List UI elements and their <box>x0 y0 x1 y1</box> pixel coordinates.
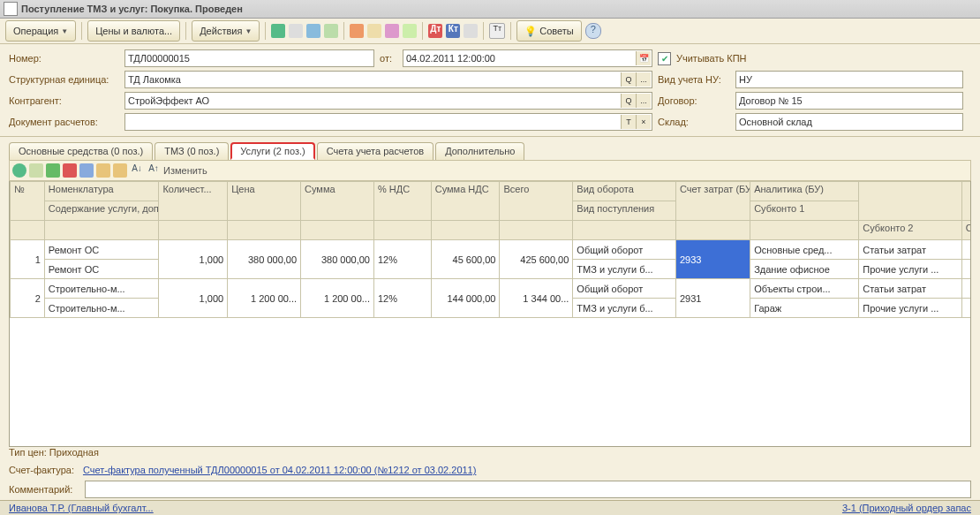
number-field[interactable]: ТДЛ00000015 <box>124 49 374 67</box>
sf-link[interactable]: Счет-фактура полученный ТДЛ00000015 от 0… <box>83 465 476 475</box>
col-summa[interactable]: Сумма <box>301 182 374 221</box>
grid-icon-1[interactable] <box>79 163 94 178</box>
clear-icon[interactable]: × <box>636 115 651 129</box>
main-toolbar: Операция▼ Цены и валюта... Действия▼ Дт … <box>0 19 980 44</box>
form-header: Номер: ТДЛ00000015 от: 04.02.2011 12:00:… <box>0 44 980 137</box>
contr-field[interactable]: СтройЭффект АО...Q <box>124 92 652 110</box>
calendar-icon[interactable]: 📅 <box>636 51 651 65</box>
number-label: Номер: <box>9 53 119 64</box>
tabstrip: Основные средства (0 поз.) ТМЗ (0 поз.) … <box>0 137 980 160</box>
t-icon[interactable]: T <box>621 115 636 129</box>
from-label: от: <box>380 53 397 64</box>
copy-row-icon[interactable] <box>29 163 43 178</box>
grid-toolbar: A↓ A↑ Изменить <box>9 160 971 181</box>
toolbar-icon-6[interactable] <box>403 24 417 38</box>
add-row-icon[interactable] <box>12 163 26 178</box>
lookup-icon[interactable]: ... <box>636 94 651 108</box>
kpn-label: Учитывать КПН <box>676 53 747 64</box>
col-anal[interactable]: Аналитика (БУ) <box>750 182 859 201</box>
dogovor-field[interactable]: Договор № 15 <box>735 92 963 110</box>
q-icon[interactable]: Q <box>621 94 636 108</box>
tab-uslugi[interactable]: Услуги (2 поз.) <box>230 142 314 160</box>
col-nomen[interactable]: Номенклатура <box>44 182 159 201</box>
tips-button[interactable]: 💡Советы <box>516 20 581 42</box>
col-schet[interactable]: Счет затрат (БУ) <box>675 182 750 221</box>
sklad-field[interactable]: Основной склад <box>735 113 963 131</box>
col-sumnds[interactable]: Сумма НДС <box>431 182 500 221</box>
add-icon[interactable] <box>271 24 285 38</box>
col-nds[interactable]: % НДС <box>373 182 431 221</box>
col-sub2[interactable]: Субконто 2 <box>859 221 962 240</box>
comment-field[interactable] <box>85 481 971 498</box>
col-n[interactable]: № <box>11 182 45 221</box>
table-row[interactable]: 1 Ремонт ОС 1,000 380 000,00 380 000,00 … <box>11 240 972 260</box>
up-icon[interactable] <box>96 163 110 178</box>
docras-label: Документ расчетов: <box>9 117 119 127</box>
unit-label: Структурная единица: <box>9 74 119 85</box>
q-icon[interactable]: Q <box>621 72 636 87</box>
help-icon[interactable]: ? <box>585 23 601 39</box>
operation-button[interactable]: Операция▼ <box>5 20 76 42</box>
window-title: Поступление ТМЗ и услуг: Покупка. Провед… <box>21 4 243 14</box>
refresh-icon[interactable] <box>306 24 320 38</box>
kt-icon[interactable]: Кт <box>446 24 460 38</box>
services-table: № Номенклатура Количест... Цена Сумма % … <box>10 181 971 318</box>
col-cena[interactable]: Цена <box>228 182 301 221</box>
prices-button[interactable]: Цены и валюта... <box>87 20 180 42</box>
down-icon[interactable] <box>113 163 127 178</box>
toolbar-icon-4[interactable] <box>367 24 381 38</box>
dt-icon[interactable]: Дт <box>428 24 442 38</box>
tab-dop[interactable]: Дополнительно <box>435 142 524 160</box>
col-vidob[interactable]: Вид оборота <box>573 182 676 201</box>
col-sub3[interactable]: Субконто 3 <box>961 221 971 240</box>
kpn-checkbox[interactable]: ✔ <box>658 52 671 65</box>
delete-row-icon[interactable] <box>63 163 77 178</box>
tab-scheta[interactable]: Счета учета расчетов <box>317 142 433 160</box>
toolbar-icon-3[interactable] <box>350 24 364 38</box>
contr-label: Контрагент: <box>9 95 119 106</box>
selected-cell[interactable]: 2933 <box>675 240 750 279</box>
toolbar-icon-1[interactable] <box>289 24 303 38</box>
price-type: Тип цен: Приходная <box>0 443 980 461</box>
lookup-icon[interactable]: ... <box>636 72 651 87</box>
order-link[interactable]: 3-1 (Приходный ордер запас <box>842 503 971 513</box>
tt-icon[interactable]: Тт <box>489 23 505 39</box>
statusbar: Иванова Т.Р. (Главный бухгалт... 3-1 (Пр… <box>0 500 980 515</box>
actions-button[interactable]: Действия▼ <box>192 20 260 42</box>
docras-field[interactable]: ×T <box>124 113 652 131</box>
sklad-label: Склад: <box>658 117 730 127</box>
col-vidpost[interactable]: Вид поступления <box>573 201 676 221</box>
col-vsego[interactable]: Всего <box>500 182 573 221</box>
grid[interactable]: № Номенклатура Количест... Цена Сумма % … <box>9 181 971 447</box>
table-row[interactable]: 2 Строительно-м... 1,000 1 200 00... 1 2… <box>11 279 972 299</box>
dogovor-label: Договор: <box>658 95 730 106</box>
unit-field[interactable]: ТД Лакомка...Q <box>124 71 652 88</box>
toolbar-icon-7[interactable] <box>464 24 478 38</box>
komm-label: Комментарий: <box>9 484 79 495</box>
nu-field[interactable]: НУ <box>735 71 963 88</box>
sort-asc-icon[interactable]: A↓ <box>130 163 144 178</box>
sf-label: Счет-фактура: <box>9 465 74 475</box>
col-sub1[interactable]: Субконто 1 <box>750 201 859 221</box>
footer: Тип цен: Приходная Счет-фактура: Счет-фа… <box>0 443 980 515</box>
edit-button[interactable]: Изменить <box>163 165 207 176</box>
tab-os[interactable]: Основные средства (0 поз.) <box>9 142 153 160</box>
tab-tmz[interactable]: ТМЗ (0 поз.) <box>155 142 229 160</box>
nu-label: Вид учета НУ: <box>658 74 730 85</box>
user-link[interactable]: Иванова Т.Р. (Главный бухгалт... <box>9 503 154 513</box>
date-field[interactable]: 04.02.2011 12:00:00📅 <box>403 49 652 67</box>
sort-desc-icon[interactable]: A↑ <box>147 163 161 178</box>
col-kol[interactable]: Количест... <box>159 182 228 221</box>
toolbar-icon-5[interactable] <box>385 24 399 38</box>
edit-row-icon[interactable] <box>46 163 60 178</box>
titlebar: Поступление ТМЗ и услуг: Покупка. Провед… <box>0 0 980 19</box>
col-soder[interactable]: Содержание услуги, доп. ... <box>44 201 159 221</box>
doc-icon <box>4 2 18 16</box>
toolbar-icon-2[interactable] <box>324 24 338 38</box>
